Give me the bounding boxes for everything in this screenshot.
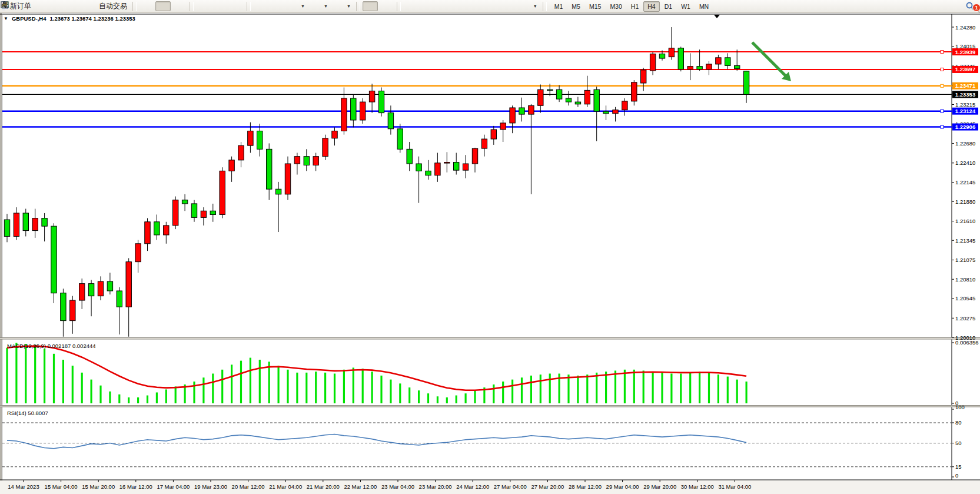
text-icon: A (489, 2, 498, 11)
price-tick-label: 1.20810 (955, 276, 975, 283)
candle-bull (463, 164, 468, 170)
add-indicator-button[interactable]: ▼ (286, 1, 308, 11)
text-button[interactable]: A (486, 1, 501, 11)
timeframe-button-M1[interactable]: M1 (550, 1, 567, 12)
bar-chart-button[interactable] (139, 1, 154, 11)
timeframe-button-W1[interactable]: W1 (677, 1, 695, 12)
candle-bull (669, 48, 674, 57)
candle-bear (743, 71, 749, 94)
signal-button[interactable] (68, 1, 84, 11)
candle-bull (360, 102, 366, 120)
signal-icon (71, 2, 81, 11)
candle-bull (14, 213, 19, 236)
candle-bear (575, 102, 580, 104)
price-tick-label: 1.21075 (955, 257, 975, 263)
chart-canvas[interactable]: 1.242801.240151.237451.234751.232151.229… (0, 13, 980, 494)
arrows-icon (521, 2, 531, 11)
line-handle[interactable] (941, 84, 944, 87)
candle-bull (70, 300, 75, 321)
chart-shift-button[interactable] (270, 1, 285, 11)
timeframe-button-M15[interactable]: M15 (585, 1, 605, 12)
price-tick-label: 1.21345 (955, 237, 975, 244)
line-chart-button[interactable] (172, 1, 187, 11)
candle-bull (500, 123, 506, 130)
vertical-line-icon (406, 2, 416, 11)
time-tick-label: 15 Mar 04:00 (45, 483, 78, 490)
horizontal-line-button[interactable] (420, 1, 435, 11)
period-clock-button[interactable]: ▼ (309, 1, 331, 11)
candle-bear (154, 222, 160, 235)
trendline-icon (439, 2, 449, 11)
crosshair-button[interactable] (379, 1, 394, 11)
separator (397, 2, 401, 11)
price-badge-label: 1.23697 (955, 66, 975, 72)
candle-bull (538, 89, 543, 105)
candle-bull (32, 218, 38, 231)
ohlc-values: 1.23673 1.23674 1.23236 1.23353 (50, 15, 135, 22)
price-tick-label: 1.21610 (955, 218, 975, 224)
candle-bull (687, 67, 693, 69)
auto-scroll-button[interactable] (253, 1, 268, 11)
candle-bull (332, 131, 337, 138)
macd-indicator-label: MACD(12,26,9) 0.002187 0.002444 (7, 343, 96, 349)
timeframe-button-M30[interactable]: M30 (606, 1, 626, 12)
candle-bear (603, 111, 609, 114)
line-handle[interactable] (941, 110, 944, 112)
price-tick-label: 1.22145 (955, 179, 975, 185)
candle-bull (716, 58, 721, 64)
cursor-button[interactable] (363, 1, 378, 11)
timeframe-button-M5[interactable]: M5 (567, 1, 584, 12)
candle-bull (220, 171, 225, 214)
trendline-button[interactable] (436, 1, 451, 11)
candle-bear (267, 149, 272, 189)
candle-bull (481, 139, 487, 148)
collapse-icon[interactable]: ▼ (4, 16, 8, 21)
candle-bear (519, 108, 524, 114)
period-clock-icon (312, 2, 321, 11)
text-label-button[interactable]: T (502, 1, 517, 11)
auto-trading-button[interactable]: 自动交易 (85, 1, 130, 11)
profiles-button[interactable] (52, 1, 67, 11)
time-tick-label: 21 Mar 20:00 (307, 483, 340, 490)
chart-shift-icon (273, 2, 282, 11)
macd-axis-max: 0.006356 (955, 339, 979, 346)
equidistant-channel-button[interactable]: E (453, 1, 468, 11)
dropdown-arrow-icon: ▼ (324, 4, 328, 8)
candle-bull (285, 164, 290, 194)
chart-title-bar[interactable]: ▼ GBPUSD-,H4 1.23673 1.23674 1.23236 1.2… (4, 15, 135, 22)
tile-windows-button[interactable] (229, 1, 244, 11)
chart-bucket-icon (38, 2, 48, 11)
timeframe-button-H1[interactable]: H1 (627, 1, 643, 12)
separator (543, 2, 547, 11)
candle-bear (426, 171, 431, 175)
timeframe-button-MN[interactable]: MN (695, 1, 713, 12)
fibonacci-icon: F (472, 2, 481, 11)
candle-bear (191, 204, 197, 217)
zoom-in-icon (199, 2, 208, 11)
timeframe-button-D1[interactable]: D1 (660, 1, 676, 12)
time-tick-label: 28 Mar 12:00 (569, 483, 602, 490)
candlestick-chart-button[interactable] (155, 1, 171, 11)
price-tick-label: 1.21880 (955, 198, 975, 205)
vertical-line-button[interactable] (403, 1, 418, 11)
time-tick-label: 16 Mar 12:00 (119, 483, 152, 490)
line-handle[interactable] (941, 125, 944, 128)
line-handle[interactable] (941, 51, 944, 54)
rsi-axis-50: 50 (955, 440, 962, 446)
zoom-in-button[interactable] (196, 1, 211, 11)
time-axis[interactable]: 14 Mar 202315 Mar 04:0015 Mar 20:0016 Ma… (0, 480, 980, 494)
candle-bull (164, 226, 169, 235)
chart-bucket-button[interactable] (35, 1, 51, 11)
candle-bear (407, 149, 412, 164)
rsi-axis-15: 15 (955, 463, 962, 470)
line-handle[interactable] (941, 68, 944, 71)
new-order-button[interactable]: 新订单 (7, 1, 34, 11)
zoom-out-button[interactable] (212, 1, 228, 11)
timeframe-button-H4[interactable]: H4 (643, 1, 659, 12)
arrows-button[interactable]: ▼ (519, 1, 540, 11)
candle-bull (173, 200, 178, 226)
time-tick-label: 24 Mar 12:00 (456, 483, 489, 490)
template-button[interactable]: ▼ (332, 1, 354, 11)
candle-bull (529, 105, 534, 114)
fibonacci-button[interactable]: F (469, 1, 484, 11)
